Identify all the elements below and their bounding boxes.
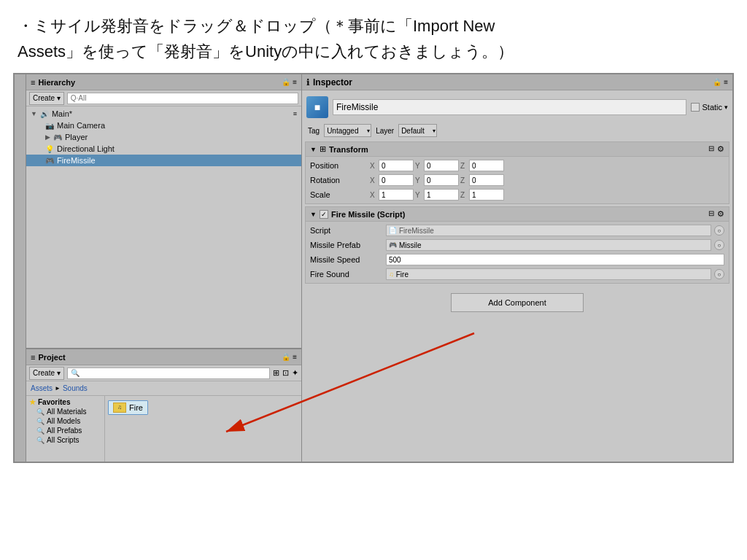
script-title: Fire Missile (Script) xyxy=(331,210,405,219)
scale-coords: X Y Z xyxy=(370,189,724,201)
tree-item-player[interactable]: ▶ 🎮 Player xyxy=(26,131,301,143)
rot-z-input[interactable] xyxy=(469,174,504,186)
scale-z-input[interactable] xyxy=(469,189,504,201)
script-select-btn[interactable]: ○ xyxy=(714,225,724,236)
tree-main-menu[interactable]: ≡ xyxy=(293,110,297,117)
project-tool2-icon[interactable]: ⊡ xyxy=(282,368,289,378)
favorites-item-scripts[interactable]: 🔍 All Scripts xyxy=(26,435,104,445)
transform-copy-icon[interactable]: ⊟ xyxy=(708,144,714,154)
hierarchy-panel-header: ≡ Hierarchy 🔒 ≡ xyxy=(26,74,301,90)
instruction-text: ・ミサイル発射音をドラッグ＆ドロップ（＊事前に「Import New Asset… xyxy=(0,0,747,73)
layer-label: Layer xyxy=(376,127,394,135)
missile-prefab-icon: 🎮 xyxy=(389,241,397,249)
transform-collapse-arrow[interactable]: ▼ xyxy=(310,146,317,153)
inspector-panel: ℹ Inspector 🔒 ≡ ■ Static ▾ xyxy=(302,74,732,462)
favorites-item-prefabs[interactable]: 🔍 All Prefabs xyxy=(26,426,104,435)
static-checkbox[interactable] xyxy=(691,103,700,112)
breadcrumb-arrow-icon: ► xyxy=(55,385,61,392)
project-lock-icon[interactable]: 🔒 xyxy=(282,353,290,361)
missile-speed-label: Missile Speed xyxy=(310,255,383,264)
player-icon: 🎮 xyxy=(53,133,62,141)
search-fav-icon-4: 🔍 xyxy=(36,437,44,444)
project-panel-header: ≡ Project 🔒 ≡ xyxy=(26,349,301,365)
favorites-item-models[interactable]: 🔍 All Models xyxy=(26,416,104,426)
tree-maincamera-label: Main Camera xyxy=(57,121,105,130)
script-header: ▼ ✓ Fire Missile (Script) ⊟ ⚙ xyxy=(306,207,729,222)
tree-item-maincamera[interactable]: 📷 Main Camera xyxy=(26,120,301,131)
project-tool1-icon[interactable]: ⊞ xyxy=(273,368,279,378)
tree-player-label: Player xyxy=(65,133,88,141)
missile-prefab-value[interactable]: 🎮 Missile xyxy=(386,239,711,251)
project-tool3-icon[interactable]: ✦ xyxy=(292,368,298,378)
hierarchy-menu-icon[interactable]: ≡ xyxy=(293,78,297,86)
tag-select[interactable]: Untagged xyxy=(324,124,371,137)
project-menu-icon[interactable]: ≡ xyxy=(293,353,297,361)
project-create-button[interactable]: Create ▾ xyxy=(29,367,64,380)
static-dropdown-icon[interactable]: ▾ xyxy=(724,104,728,111)
tag-select-wrapper[interactable]: Untagged ▾ xyxy=(324,124,371,137)
pos-y-input[interactable] xyxy=(424,160,459,171)
transform-header-icons: ⊟ ⚙ xyxy=(708,144,724,154)
search-fav-icon-1: 🔍 xyxy=(36,408,44,416)
add-component-button[interactable]: Add Component xyxy=(451,293,584,312)
light-icon: 💡 xyxy=(45,145,54,153)
missile-prefab-select-btn[interactable]: ○ xyxy=(714,240,724,250)
scale-x-label: X xyxy=(370,191,377,199)
hierarchy-panel-icons: 🔒 ≡ xyxy=(282,78,297,86)
transform-header: ▼ ⊞ Transform ⊟ ⚙ xyxy=(306,142,729,157)
transform-gear-icon[interactable]: ⚙ xyxy=(717,144,724,154)
project-toolbar: Create ▾ ⊞ ⊡ ✦ xyxy=(26,365,301,381)
fire-sound-value[interactable]: ♫ Fire xyxy=(386,268,711,280)
search-fav-icon-3: 🔍 xyxy=(36,427,44,435)
script-checkbox[interactable]: ✓ xyxy=(320,210,328,219)
project-sidebar: ★ Favorites 🔍 All Materials 🔍 All Models xyxy=(26,396,105,462)
hierarchy-create-button[interactable]: Create ▾ xyxy=(29,92,64,105)
favorites-item-materials[interactable]: 🔍 All Materials xyxy=(26,407,104,416)
tree-item-directionallight[interactable]: 💡 Directional Light xyxy=(26,143,301,155)
rot-y-input[interactable] xyxy=(424,174,459,186)
tree-light-label: Directional Light xyxy=(57,144,115,153)
rot-x-input[interactable] xyxy=(379,174,414,186)
scale-x-input[interactable] xyxy=(379,189,414,201)
favorites-label: Favorites xyxy=(38,398,70,406)
scale-y-input[interactable] xyxy=(424,189,459,201)
script-value-wrapper[interactable]: 📄 FireMissile xyxy=(386,225,711,236)
project-search-input[interactable] xyxy=(67,368,270,379)
breadcrumb-sounds[interactable]: Sounds xyxy=(63,384,88,392)
fire-sound-select-btn[interactable]: ○ xyxy=(714,269,724,279)
project-body: ★ Favorites 🔍 All Materials 🔍 All Models xyxy=(26,396,301,462)
pos-z-input[interactable] xyxy=(469,160,504,171)
fire-sound-icon: ♫ xyxy=(389,271,394,278)
breadcrumb-assets[interactable]: Assets xyxy=(31,384,53,392)
hierarchy-lock-icon[interactable]: 🔒 xyxy=(282,78,290,86)
player-arrow-icon: ▶ xyxy=(45,133,50,141)
missile-prefab-row: Missile Prefab 🎮 Missile ○ xyxy=(306,238,729,252)
tree-firemissile-label: FireMissile xyxy=(57,156,96,165)
inspector-lock-icon[interactable]: 🔒 xyxy=(713,78,721,86)
hierarchy-search-input[interactable] xyxy=(67,93,298,104)
hierarchy-tree: ▼ 🔊 Main* ≡ 📷 Main Camera ▶ 🎮 Player xyxy=(26,106,301,348)
fire-asset-item[interactable]: ♫ Fire xyxy=(108,400,148,415)
project-title: Project xyxy=(38,353,65,362)
script-copy-icon[interactable]: ⊟ xyxy=(708,209,714,219)
missile-speed-input[interactable] xyxy=(386,254,724,265)
layer-select[interactable]: Default xyxy=(398,124,437,137)
object-name-input[interactable] xyxy=(333,99,686,115)
missile-speed-row: Missile Speed xyxy=(306,252,729,267)
hierarchy-hamburger-icon: ≡ xyxy=(31,78,35,87)
star-icon: ★ xyxy=(29,398,36,406)
pos-x-input[interactable] xyxy=(379,160,414,171)
script-collapse-arrow[interactable]: ▼ xyxy=(310,211,317,218)
scale-row: Scale X Y Z xyxy=(306,187,729,202)
layer-select-wrapper[interactable]: Default ▾ xyxy=(398,124,437,137)
tree-item-main[interactable]: ▼ 🔊 Main* ≡ xyxy=(26,108,301,120)
script-value: FireMissile xyxy=(399,227,434,235)
pos-z-label: Z xyxy=(460,162,468,170)
script-gear-icon[interactable]: ⚙ xyxy=(717,209,724,219)
tag-label: Tag xyxy=(308,127,320,135)
inspector-title: Inspector xyxy=(313,77,352,88)
inspector-menu-icon[interactable]: ≡ xyxy=(724,78,728,86)
object-icon: ■ xyxy=(306,96,328,118)
tree-item-firemissile[interactable]: 🎮 FireMissile xyxy=(26,155,301,166)
hierarchy-toolbar: Create ▾ xyxy=(26,90,301,106)
